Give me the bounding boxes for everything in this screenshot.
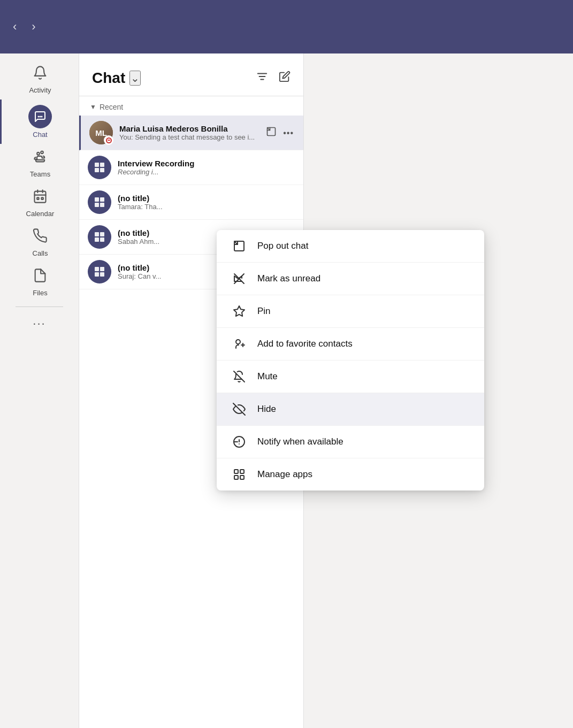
svg-rect-22 <box>95 203 99 207</box>
sidebar-item-teams[interactable]: Teams <box>0 144 79 183</box>
svg-rect-26 <box>95 237 99 242</box>
popout-icon <box>266 126 277 137</box>
popout-menu-icon <box>232 240 247 252</box>
sidebar-item-activity-label: Activity <box>29 86 51 94</box>
context-menu-item-popout[interactable]: Pop out chat <box>217 230 484 263</box>
context-menu-pin-label: Pin <box>257 306 271 317</box>
svg-point-1 <box>41 116 43 118</box>
calls-icon <box>33 228 48 247</box>
context-menu-item-mark-unread[interactable]: Mark as unread <box>217 263 484 295</box>
svg-point-0 <box>38 116 40 118</box>
chat-icon-bg <box>28 105 52 128</box>
meeting-icon <box>93 161 106 174</box>
chat-header-actions <box>254 68 293 87</box>
context-menu-mark-unread-label: Mark as unread <box>257 273 320 284</box>
context-menu-item-hide[interactable]: Hide <box>217 393 484 426</box>
avatar-notitle2 <box>88 225 111 249</box>
svg-point-4 <box>41 151 43 154</box>
chat-item-notitle1-name: (no title) <box>118 194 295 203</box>
sidebar-item-files-label: Files <box>33 289 47 297</box>
sidebar-item-chat-label: Chat <box>33 131 47 139</box>
context-menu-mute-label: Mute <box>257 371 278 382</box>
svg-rect-29 <box>100 267 104 271</box>
sidebar-divider <box>16 306 63 307</box>
context-menu-item-add-favorite[interactable]: Add to favorite contacts <box>217 328 484 361</box>
filter-icon <box>256 71 268 82</box>
svg-rect-46 <box>240 470 244 473</box>
recent-section: ▼ Recent <box>79 96 303 116</box>
chat-item-notitle1-content: (no title) Tamara: Tha... <box>118 194 295 211</box>
svg-point-36 <box>236 340 240 344</box>
compose-button[interactable] <box>277 68 293 87</box>
chat-header: Chat ⌄ <box>79 53 303 96</box>
svg-rect-17 <box>100 163 104 167</box>
avatar-interview <box>88 156 111 179</box>
svg-rect-31 <box>100 272 104 277</box>
sidebar-item-activity[interactable]: Activity <box>0 60 79 99</box>
svg-rect-48 <box>240 476 244 479</box>
mark-unread-menu-icon <box>232 272 247 285</box>
sidebar: Activity Chat <box>0 53 79 728</box>
context-menu-manage-apps-label: Manage apps <box>257 469 312 480</box>
popout-chat-button[interactable] <box>265 125 278 141</box>
compose-icon <box>279 71 291 82</box>
chat-item-interview-preview: Recording i... <box>118 168 295 176</box>
sidebar-item-calls[interactable]: Calls <box>0 223 79 263</box>
meeting-icon-4 <box>93 265 106 278</box>
notify-menu-icon <box>232 435 247 448</box>
mute-menu-icon <box>232 370 247 383</box>
sidebar-item-chat[interactable]: Chat <box>0 99 79 144</box>
context-menu-item-notify[interactable]: Notify when available <box>217 426 484 458</box>
avatar-notitle3 <box>88 260 111 283</box>
context-menu-hide-label: Hide <box>257 404 276 415</box>
chat-item-notitle1-preview: Tamara: Tha... <box>118 203 295 211</box>
forward-button[interactable]: › <box>27 18 40 36</box>
sidebar-item-calendar[interactable]: Calendar <box>0 183 79 223</box>
chat-dropdown-button[interactable]: ⌄ <box>129 71 141 86</box>
avatar-notitle1 <box>88 190 111 214</box>
sidebar-more-button[interactable]: ··· <box>33 311 45 336</box>
svg-rect-30 <box>95 272 99 277</box>
chat-item-interview[interactable]: Interview Recording Recording i... <box>79 150 303 185</box>
svg-rect-18 <box>95 168 99 172</box>
manage-apps-menu-icon <box>232 468 247 481</box>
chat-item-maria[interactable]: ML Maria Luisa Mederos Bonilla You: Send… <box>79 116 303 150</box>
teams-icon <box>33 149 48 168</box>
more-dots-icon: ••• <box>283 128 294 137</box>
pin-menu-icon <box>232 305 247 318</box>
svg-rect-16 <box>95 163 99 167</box>
back-button[interactable]: ‹ <box>9 18 21 36</box>
chat-item-interview-content: Interview Recording Recording i... <box>118 159 295 176</box>
svg-rect-10 <box>41 197 43 200</box>
chat-item-maria-preview: You: Sending a test chat message to see … <box>119 133 261 141</box>
svg-rect-28 <box>95 267 99 271</box>
context-menu-item-pin[interactable]: Pin <box>217 295 484 328</box>
context-menu-item-mute[interactable]: Mute <box>217 361 484 393</box>
context-menu-add-favorite-label: Add to favorite contacts <box>257 339 353 349</box>
meeting-icon-2 <box>93 196 106 209</box>
chat-item-maria-content: Maria Luisa Mederos Bonilla You: Sending… <box>119 124 261 141</box>
svg-rect-45 <box>234 470 238 473</box>
svg-rect-23 <box>100 203 104 207</box>
svg-rect-20 <box>95 197 99 202</box>
context-menu-popout-label: Pop out chat <box>257 241 308 251</box>
filter-button[interactable] <box>254 68 270 87</box>
chat-title-row: Chat ⌄ <box>92 70 141 87</box>
svg-rect-25 <box>100 232 104 236</box>
context-menu: Pop out chat Mark as unread Pin <box>217 230 484 491</box>
svg-rect-27 <box>100 237 104 242</box>
svg-rect-19 <box>100 168 104 172</box>
sidebar-item-teams-label: Teams <box>30 170 50 178</box>
sidebar-item-calls-label: Calls <box>33 249 48 257</box>
context-menu-item-manage-apps[interactable]: Manage apps <box>217 458 484 491</box>
chat-item-maria-name: Maria Luisa Mederos Bonilla <box>119 124 261 133</box>
more-options-button-maria[interactable]: ••• <box>282 126 295 140</box>
files-icon <box>33 268 48 287</box>
svg-rect-21 <box>100 197 104 202</box>
recent-label: Recent <box>100 103 123 111</box>
svg-rect-5 <box>35 191 46 203</box>
hide-menu-icon <box>232 403 247 416</box>
chat-item-notitle1[interactable]: (no title) Tamara: Tha... <box>79 185 303 220</box>
add-favorite-menu-icon <box>232 338 247 350</box>
sidebar-item-files[interactable]: Files <box>0 263 79 302</box>
